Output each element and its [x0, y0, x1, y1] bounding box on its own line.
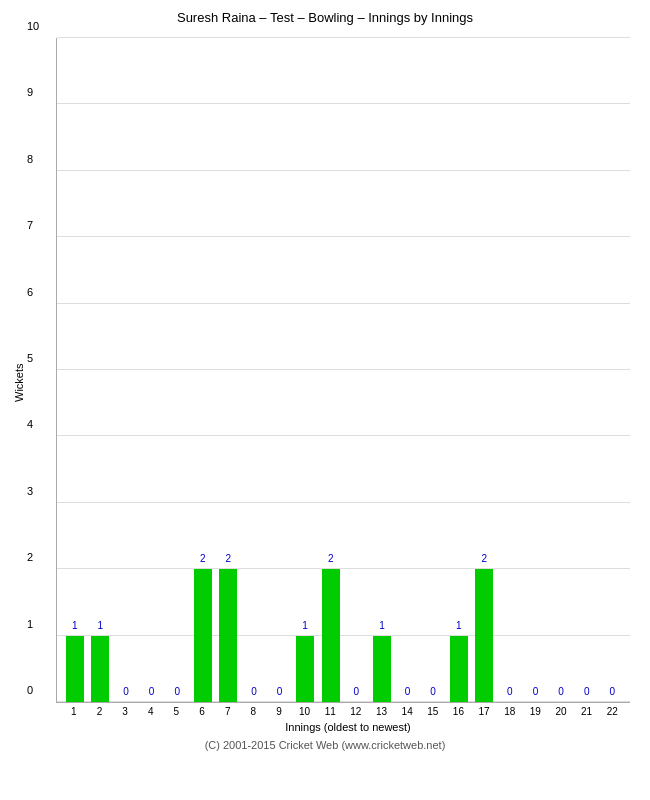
- bar-group: 2: [318, 38, 344, 702]
- bar: 1: [450, 636, 468, 702]
- y-tick-label: 10: [27, 20, 39, 32]
- y-tick-label: 7: [27, 219, 33, 231]
- bar-value: 2: [328, 553, 334, 564]
- bar-group: 0: [574, 38, 600, 702]
- bar-value: 1: [302, 620, 308, 631]
- bar-group: 0: [548, 38, 574, 702]
- x-tick-label: 2: [87, 706, 113, 717]
- bar: 1: [373, 636, 391, 702]
- bar: 1: [296, 636, 314, 702]
- bar-value: 0: [507, 686, 513, 697]
- x-axis-title: Innings (oldest to newest): [56, 721, 640, 733]
- x-tick-label: 9: [266, 706, 292, 717]
- bar-group: 0: [395, 38, 421, 702]
- x-tick-label: 16: [446, 706, 472, 717]
- x-tick-label: 10: [292, 706, 318, 717]
- x-tick-label: 5: [164, 706, 190, 717]
- bar-group: 0: [344, 38, 370, 702]
- bar-value: 0: [354, 686, 360, 697]
- bars-container: 1100022001201001200000: [57, 38, 630, 702]
- bar-value: 1: [379, 620, 385, 631]
- bar-value: 1: [72, 620, 78, 631]
- bar: 2: [475, 569, 493, 702]
- bar-value: 2: [226, 553, 232, 564]
- x-tick-label: 17: [471, 706, 497, 717]
- x-tick-label: 14: [394, 706, 420, 717]
- bar-group: 0: [113, 38, 139, 702]
- bar-group: 0: [523, 38, 549, 702]
- bar-value: 0: [251, 686, 257, 697]
- x-tick-label: 22: [599, 706, 625, 717]
- x-axis-labels: 12345678910111213141516171819202122: [61, 706, 625, 717]
- copyright: (C) 2001-2015 Cricket Web (www.cricketwe…: [10, 739, 640, 751]
- y-tick-label: 9: [27, 86, 33, 98]
- bar-group: 0: [139, 38, 165, 702]
- bar-group: 1: [88, 38, 114, 702]
- bar: 2: [219, 569, 237, 702]
- x-tick-label: 12: [343, 706, 369, 717]
- bar-value: 0: [405, 686, 411, 697]
- y-tick-label: 4: [27, 418, 33, 430]
- bar-value: 0: [174, 686, 180, 697]
- bar-group: 2: [190, 38, 216, 702]
- bar-value: 0: [558, 686, 564, 697]
- chart-container: Suresh Raina – Test – Bowling – Innings …: [0, 0, 650, 800]
- x-tick-label: 19: [523, 706, 549, 717]
- x-tick-label: 1: [61, 706, 87, 717]
- chart-footer: (C) 2001-2015 Cricket Web (www.cricketwe…: [10, 739, 640, 751]
- bar: 1: [91, 636, 109, 702]
- bar-group: 0: [267, 38, 293, 702]
- bar-group: 1: [446, 38, 472, 702]
- bar-value: 0: [123, 686, 129, 697]
- bar: 1: [66, 636, 84, 702]
- x-tick-label: 8: [240, 706, 266, 717]
- bar-group: 0: [241, 38, 267, 702]
- y-tick-label: 8: [27, 153, 33, 165]
- y-tick-label: 5: [27, 352, 33, 364]
- chart-area: Wickets 012345678910 1100022001201001200…: [10, 33, 640, 733]
- bar-group: 2: [472, 38, 498, 702]
- bar-value: 0: [609, 686, 615, 697]
- bar-group: 0: [164, 38, 190, 702]
- bar-value: 2: [200, 553, 206, 564]
- bar-value: 0: [430, 686, 436, 697]
- x-tick-label: 7: [215, 706, 241, 717]
- bar-value: 0: [149, 686, 155, 697]
- bar-value: 1: [456, 620, 462, 631]
- bar-value: 0: [533, 686, 539, 697]
- y-tick-label: 1: [27, 618, 33, 630]
- y-tick-label: 0: [27, 684, 33, 696]
- plot-area: 012345678910 1100022001201001200000: [56, 38, 630, 703]
- bar-group: 1: [369, 38, 395, 702]
- x-tick-label: 18: [497, 706, 523, 717]
- bar-group: 0: [420, 38, 446, 702]
- bar-group: 0: [497, 38, 523, 702]
- bar-value: 0: [277, 686, 283, 697]
- bar-group: 0: [599, 38, 625, 702]
- bar-value: 1: [98, 620, 104, 631]
- bar-group: 2: [216, 38, 242, 702]
- x-tick-label: 21: [574, 706, 600, 717]
- y-tick-label: 2: [27, 551, 33, 563]
- bar-group: 1: [292, 38, 318, 702]
- bar: 2: [194, 569, 212, 702]
- x-tick-label: 11: [317, 706, 343, 717]
- x-tick-label: 3: [112, 706, 138, 717]
- bar-group: 1: [62, 38, 88, 702]
- y-tick-label: 3: [27, 485, 33, 497]
- x-tick-label: 20: [548, 706, 574, 717]
- bar-value: 0: [584, 686, 590, 697]
- y-axis-label: Wickets: [10, 33, 28, 733]
- bar: 2: [322, 569, 340, 702]
- chart-title: Suresh Raina – Test – Bowling – Innings …: [10, 10, 640, 25]
- bar-value: 2: [482, 553, 488, 564]
- x-tick-label: 6: [189, 706, 215, 717]
- x-tick-label: 15: [420, 706, 446, 717]
- chart-inner: 012345678910 1100022001201001200000 1234…: [28, 33, 640, 733]
- x-tick-label: 13: [369, 706, 395, 717]
- x-tick-label: 4: [138, 706, 164, 717]
- y-tick-label: 6: [27, 286, 33, 298]
